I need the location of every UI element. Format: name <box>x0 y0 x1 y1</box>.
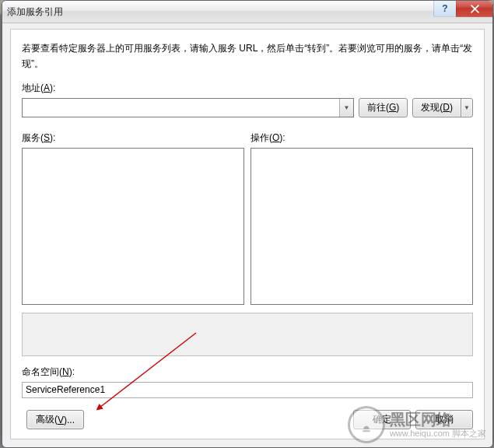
operations-label: 操作(O): <box>251 131 473 145</box>
dialog-add-service-reference: 添加服务引用 ? 若要查看特定服务器上的可用服务列表，请输入服务 URL，然后单… <box>2 0 493 448</box>
status-panel <box>22 313 473 356</box>
chevron-down-icon: ▼ <box>344 104 350 111</box>
services-listbox[interactable] <box>22 148 244 305</box>
namespace-input[interactable] <box>22 382 473 398</box>
window-title: 添加服务引用 <box>7 5 63 19</box>
address-label: 地址(A): <box>22 82 473 95</box>
go-button[interactable]: 前往(G) <box>359 98 408 117</box>
client-area: 若要查看特定服务器上的可用服务列表，请输入服务 URL，然后单击“转到”。若要浏… <box>10 29 485 439</box>
discover-button[interactable]: 发现(D) <box>412 98 461 117</box>
help-button[interactable]: ? <box>433 1 456 17</box>
instruction-text: 若要查看特定服务器上的可用服务列表，请输入服务 URL，然后单击“转到”。若要浏… <box>22 40 473 72</box>
help-icon: ? <box>442 3 447 14</box>
services-label: 服务(S): <box>22 131 244 145</box>
cancel-button[interactable]: 取消 <box>415 410 473 429</box>
address-dropdown-button[interactable]: ▼ <box>339 99 353 117</box>
ok-button[interactable]: 确定 <box>353 410 411 429</box>
discover-dropdown-button[interactable]: ▼ <box>461 98 473 117</box>
operations-listbox[interactable] <box>251 148 473 305</box>
close-icon <box>471 5 479 13</box>
address-input[interactable] <box>23 99 339 117</box>
chevron-down-icon: ▼ <box>464 104 470 111</box>
titlebar: 添加服务引用 ? <box>2 1 492 23</box>
close-button[interactable] <box>456 1 492 17</box>
address-combobox[interactable]: ▼ <box>22 98 354 117</box>
namespace-label: 命名空间(N): <box>22 366 473 379</box>
advanced-button[interactable]: 高级(V)... <box>26 410 84 429</box>
